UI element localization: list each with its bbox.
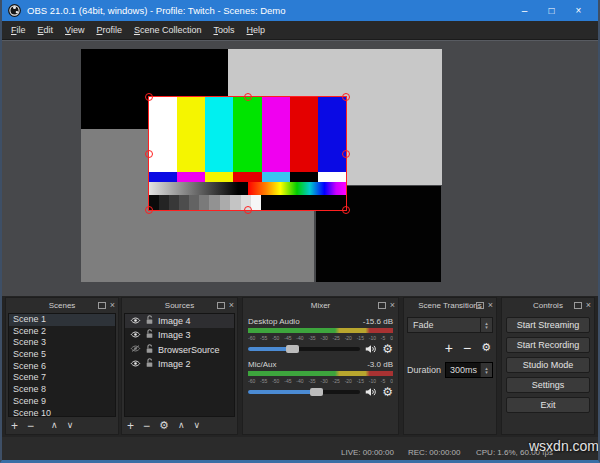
close-dock-icon[interactable]: × xyxy=(110,301,115,310)
close-dock-icon[interactable]: × xyxy=(488,301,493,310)
selection-handle-n[interactable] xyxy=(244,93,252,101)
float-dock-icon[interactable] xyxy=(98,302,106,309)
slider-handle[interactable] xyxy=(310,388,323,396)
volume-slider[interactable] xyxy=(248,390,360,394)
selection-handle-sw[interactable] xyxy=(145,206,153,214)
selection-handle-nw[interactable] xyxy=(145,93,153,101)
selection-handle-s[interactable] xyxy=(244,206,252,214)
combo-arrows-icon[interactable]: ▴▾ xyxy=(480,318,492,332)
remove-scene-button[interactable]: − xyxy=(27,420,34,432)
float-dock-icon[interactable] xyxy=(378,302,386,309)
duration-value: 300ms xyxy=(450,365,477,375)
source-list-item[interactable]: BrowserSource xyxy=(125,343,234,357)
slider-handle[interactable] xyxy=(286,345,299,353)
source-properties-gear-icon[interactable]: ⚙ xyxy=(159,420,169,431)
smpte-gradient-row xyxy=(149,182,346,196)
move-scene-up-button[interactable]: ∧ xyxy=(51,421,58,430)
close-dock-icon[interactable]: × xyxy=(390,301,395,310)
scene-list-item[interactable]: Scene 2 xyxy=(9,326,115,338)
transition-select[interactable]: Fade ▴▾ xyxy=(407,317,493,333)
scene-list-item[interactable]: Scene 9 xyxy=(9,396,115,408)
start-recording-button[interactable]: Start Recording xyxy=(506,337,590,353)
sources-list: Image 4 Image 3 xyxy=(124,313,235,417)
scenes-panel-title: Scenes xyxy=(49,301,76,310)
source-list-item[interactable]: Image 4 xyxy=(125,314,234,328)
remove-source-button[interactable]: − xyxy=(143,420,150,432)
menu-item-help[interactable]: Help xyxy=(241,23,272,37)
add-transition-button[interactable]: + xyxy=(445,341,453,355)
minimize-button[interactable]: – xyxy=(511,0,538,21)
scene-list-item[interactable]: Scene 8 xyxy=(9,384,115,396)
watermark: wsxdn.com xyxy=(529,438,599,454)
menu-item-view[interactable]: View xyxy=(59,23,90,37)
duration-label: Duration xyxy=(407,365,441,375)
studio-mode-button[interactable]: Studio Mode xyxy=(506,357,590,373)
float-dock-icon[interactable] xyxy=(476,302,484,309)
duration-spinbox[interactable]: 300ms ▴▾ xyxy=(445,362,493,378)
scenes-list: Scene 1 Scene 2 Scene 3 Scene 5 Scene 6 … xyxy=(8,313,116,417)
remove-transition-button[interactable]: − xyxy=(463,341,471,355)
selected-source-test-pattern[interactable] xyxy=(148,96,347,211)
title-bar[interactable]: OBS 21.0.1 (64bit, windows) - Profile: T… xyxy=(2,0,598,21)
speaker-icon[interactable] xyxy=(365,344,377,354)
float-dock-icon[interactable] xyxy=(574,302,582,309)
scene-list-item[interactable]: Scene 5 xyxy=(9,349,115,361)
channel-settings-gear-icon[interactable]: ⚙ xyxy=(382,386,393,398)
transition-properties-gear-icon[interactable]: ⚙ xyxy=(481,342,491,353)
volume-slider[interactable] xyxy=(248,347,360,351)
menu-bar: File Edit View Profile Scene Collection … xyxy=(2,21,598,40)
add-scene-button[interactable]: + xyxy=(11,420,18,432)
float-dock-icon[interactable] xyxy=(217,302,225,309)
scene-list-item[interactable]: Scene 6 xyxy=(9,361,115,373)
lock-icon[interactable] xyxy=(145,358,154,370)
mixer-panel-title: Mixer xyxy=(311,301,331,310)
lock-icon[interactable] xyxy=(145,329,154,341)
mixer-panel: Mixer × Desktop Audio -15.6 dB -60-55-50… xyxy=(242,297,399,435)
visibility-eye-icon[interactable] xyxy=(130,359,141,370)
selection-handle-e[interactable] xyxy=(342,150,350,158)
selection-handle-ne[interactable] xyxy=(342,93,350,101)
close-button[interactable]: × xyxy=(565,0,592,21)
smpte-sub-bars xyxy=(149,172,346,182)
controls-panel-title: Controls xyxy=(533,301,563,310)
menu-item-profile[interactable]: Profile xyxy=(90,23,128,37)
source-label: Image 4 xyxy=(158,316,191,326)
source-list-item[interactable]: Image 3 xyxy=(125,328,234,342)
move-scene-down-button[interactable]: ∨ xyxy=(67,421,74,430)
move-source-up-button[interactable]: ∧ xyxy=(178,421,185,430)
scene-transitions-panel: Scene Transitions × Fade ▴▾ + − ⚙ xyxy=(403,297,497,435)
menu-item-file[interactable]: File xyxy=(5,23,32,37)
move-source-down-button[interactable]: ∨ xyxy=(194,421,201,430)
source-label: Image 3 xyxy=(158,330,191,340)
transitions-panel-title: Scene Transitions xyxy=(418,301,482,310)
close-dock-icon[interactable]: × xyxy=(586,301,591,310)
status-bar: LIVE: 00:00:00 REC: 00:00:00 CPU: 1.6%, … xyxy=(2,437,598,460)
smpte-color-bars xyxy=(149,97,346,172)
settings-button[interactable]: Settings xyxy=(506,377,590,393)
scene-list-item[interactable]: Scene 7 xyxy=(9,372,115,384)
visibility-eye-icon[interactable] xyxy=(130,330,141,341)
sources-panel-title: Sources xyxy=(165,301,194,310)
menu-item-edit[interactable]: Edit xyxy=(32,23,60,37)
lock-icon[interactable] xyxy=(145,344,154,356)
maximize-button[interactable]: □ xyxy=(538,0,565,21)
selection-handle-w[interactable] xyxy=(145,150,153,158)
speaker-icon[interactable] xyxy=(365,387,377,397)
lock-icon[interactable] xyxy=(145,315,154,327)
scene-list-item[interactable]: Scene 10 xyxy=(9,408,115,418)
scene-list-item[interactable]: Scene 3 xyxy=(9,337,115,349)
spinbox-arrows-icon[interactable]: ▴▾ xyxy=(480,363,492,377)
close-dock-icon[interactable]: × xyxy=(229,301,234,310)
channel-settings-gear-icon[interactable]: ⚙ xyxy=(382,343,393,355)
add-source-button[interactable]: + xyxy=(127,420,134,432)
exit-button[interactable]: Exit xyxy=(506,397,590,413)
source-list-item[interactable]: Image 2 xyxy=(125,357,234,371)
scene-list-item[interactable]: Scene 1 xyxy=(9,314,115,326)
start-streaming-button[interactable]: Start Streaming xyxy=(506,317,590,333)
visibility-eye-icon[interactable] xyxy=(130,316,141,327)
menu-item-scene-collection[interactable]: Scene Collection xyxy=(128,23,208,37)
selection-handle-se[interactable] xyxy=(342,206,350,214)
visibility-eye-off-icon[interactable] xyxy=(130,344,141,355)
menu-item-tools[interactable]: Tools xyxy=(208,23,241,37)
preview-canvas[interactable] xyxy=(2,40,598,296)
